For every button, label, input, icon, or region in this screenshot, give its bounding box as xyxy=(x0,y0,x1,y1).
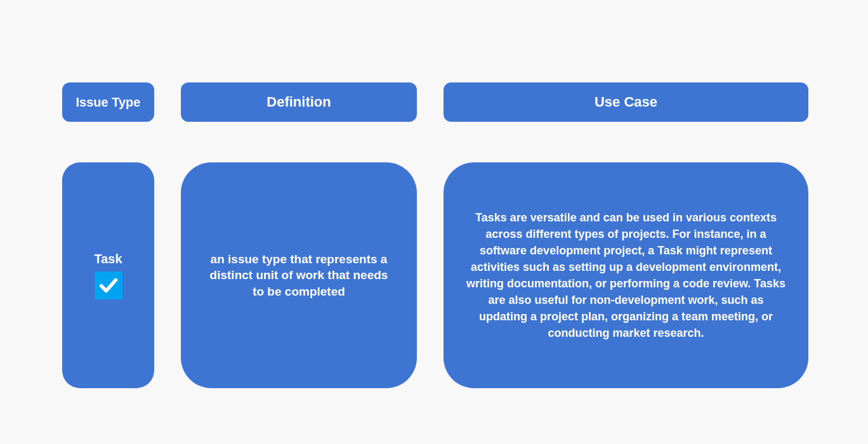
checkmark-icon xyxy=(95,271,122,299)
header-row: Issue Type Definition Use Case xyxy=(62,82,808,122)
header-issue-type: Issue Type xyxy=(62,82,154,122)
header-definition: Definition xyxy=(181,82,417,122)
use-case-card: Tasks are versatile and can be used in v… xyxy=(444,162,808,388)
content-row: Task an issue type that represents a dis… xyxy=(62,162,808,388)
header-use-case: Use Case xyxy=(444,82,808,122)
definition-card: an issue type that represents a distinct… xyxy=(181,162,417,388)
diagram-container: Issue Type Definition Use Case Task an i… xyxy=(62,82,808,388)
issue-type-name: Task xyxy=(94,252,122,266)
issue-type-card: Task xyxy=(62,162,154,388)
